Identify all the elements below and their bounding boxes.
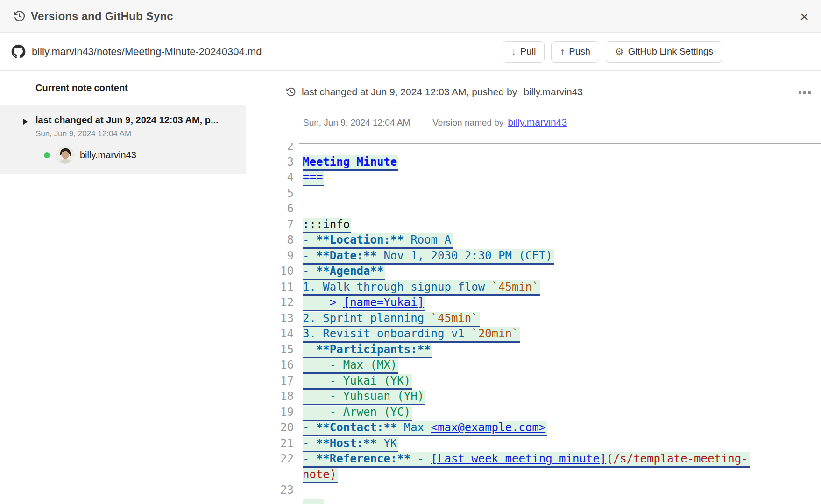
code-line-text [299,143,821,154]
line-number [247,498,299,504]
code-line-text: - Arwen (YC) [299,405,821,420]
version-title-username: billy.marvin43 [524,86,583,98]
gear-icon: ⚙ [615,47,624,57]
arrow-down-icon: ↓ [511,46,516,57]
code-row: 4=== [247,170,821,186]
version-detail-panel: last changed at Jun 9, 2024 12:03 AM, pu… [247,71,821,504]
avatar [56,146,74,164]
modal-title: Versions and GitHub Sync [31,10,173,23]
code-line-text: - Max (MX) [299,357,821,373]
line-number: 14 [247,326,299,342]
close-icon[interactable]: × [800,8,809,24]
code-line-text: - **Contact:** Max <max@example.com> [299,420,821,436]
push-button-label: Push [569,46,590,57]
line-number: 5 [247,186,299,202]
version-item-user-row: billy.marvin43 [44,146,236,164]
pull-button-label: Pull [520,46,536,57]
code-line-text: 1. Walk through signup flow `45min` [299,280,821,295]
version-meta-row: Sun, Jun 9, 2024 12:04 AM Version named … [303,117,567,128]
online-status-dot [44,152,50,158]
modal-header: Versions and GitHub Sync × [0,0,821,33]
code-row: 15- **Participants:** [247,342,821,358]
line-number: 12 [247,295,299,311]
github-link-settings-label: GitHub Link Settings [628,46,713,57]
code-line-text: :::info [299,217,821,233]
code-row: 143. Revisit onboarding v1 `20min` [247,326,821,342]
version-item-date: Sun, Jun 9, 2024 12:04 AM [35,129,236,139]
code-row: 18 - Yuhsuan (YH) [247,389,821,405]
arrow-up-icon: ↑ [560,46,565,57]
code-line-text: note) [299,467,821,483]
code-row: 8- **Location:** Room A [247,232,821,248]
code-line-text: > [name=Yukai] [299,295,821,311]
line-number: 7 [247,217,299,233]
line-number: 15 [247,342,299,358]
versions-sidebar: Current note content last changed at Jun… [0,71,246,504]
line-number: 3 [247,154,299,170]
github-link-settings-button[interactable]: ⚙ GitHub Link Settings [606,41,722,63]
line-number: 9 [247,248,299,264]
code-line-text: - Yuhsuan (YH) [299,389,821,405]
code-row: 16 - Max (MX) [247,357,821,373]
line-number: 17 [247,373,299,389]
version-item-username: billy.marvin43 [80,150,136,161]
code-row: 9- **Date:** Nov 1, 2030 2:30 PM (CET) [247,248,821,264]
line-number: 10 [247,264,299,280]
line-number: 22 [247,451,299,467]
versions-sync-modal: Versions and GitHub Sync × billy.marvin4… [0,0,821,504]
code-row [247,498,821,504]
code-row: 7:::info [247,217,821,233]
code-line-text [299,186,821,202]
code-row: 20- **Contact:** Max <max@example.com> [247,420,821,436]
line-number: 8 [247,232,299,248]
push-button[interactable]: ↑ Push [551,41,599,63]
line-number: 2 [247,143,299,154]
line-number: 11 [247,280,299,295]
code-line-text: Meeting Minute [299,154,821,170]
line-number: 4 [247,170,299,186]
code-row: 19 - Arwen (YC) [247,405,821,420]
code-line-text: 3. Revisit onboarding v1 `20min` [299,326,821,342]
code-line-text: === [299,170,821,186]
code-row: 12 > [name=Yukai] [247,295,821,311]
version-named-by-user-link[interactable]: billy.marvin43 [508,117,567,128]
code-line-text: 2. Sprint planning `45min` [299,311,821,327]
more-options-icon[interactable] [797,90,813,96]
history-icon [13,10,26,22]
code-row: 21- **Host:** YK [247,436,821,452]
code-line-text: - Yukai (YK) [299,373,821,389]
pull-button[interactable]: ↓ Pull [503,41,545,63]
history-icon-small [286,87,296,97]
line-number: 18 [247,389,299,405]
line-number [247,467,299,483]
version-item-title: last changed at Jun 9, 2024 12:03 AM, p.… [35,115,236,126]
code-row: 23 [247,483,821,498]
version-title: last changed at Jun 9, 2024 12:03 AM, pu… [302,86,517,98]
code-editor[interactable]: 23Meeting Minute4===567:::info8- **Locat… [247,143,821,504]
code-line-text [299,498,821,504]
code-line-text: - **Agenda** [299,264,821,280]
code-row: 22- **Reference:** - [Last week meeting … [247,451,821,467]
line-number: 23 [247,483,299,498]
code-line-text: - **Participants:** [299,342,821,358]
code-line-text: - **Location:** Room A [299,232,821,248]
code-row: 6 [247,201,821,217]
code-row: note) [247,467,821,483]
github-path-row: billy.marvin43/notes/Meeting-Minute-2024… [0,33,821,71]
code-line-text [299,201,821,217]
code-line-text: - **Date:** Nov 1, 2030 2:30 PM (CET) [299,248,821,264]
collapse-triangle-icon[interactable] [23,119,28,125]
line-number: 6 [247,201,299,217]
line-number: 16 [247,357,299,373]
line-number: 20 [247,420,299,436]
version-list-item-selected[interactable]: last changed at Jun 9, 2024 12:03 AM, p.… [0,105,246,174]
code-line-text [299,483,821,498]
gutter-divider [299,143,299,504]
code-line-text: - **Reference:** - [Last week meeting mi… [299,451,821,467]
code-row: 17 - Yukai (YK) [247,373,821,389]
editor-top-border [299,143,821,144]
version-detail-header: last changed at Jun 9, 2024 12:03 AM, pu… [286,86,583,98]
line-number: 19 [247,405,299,420]
code-row: 2 [247,143,821,154]
code-row: 111. Walk through signup flow `45min` [247,280,821,295]
